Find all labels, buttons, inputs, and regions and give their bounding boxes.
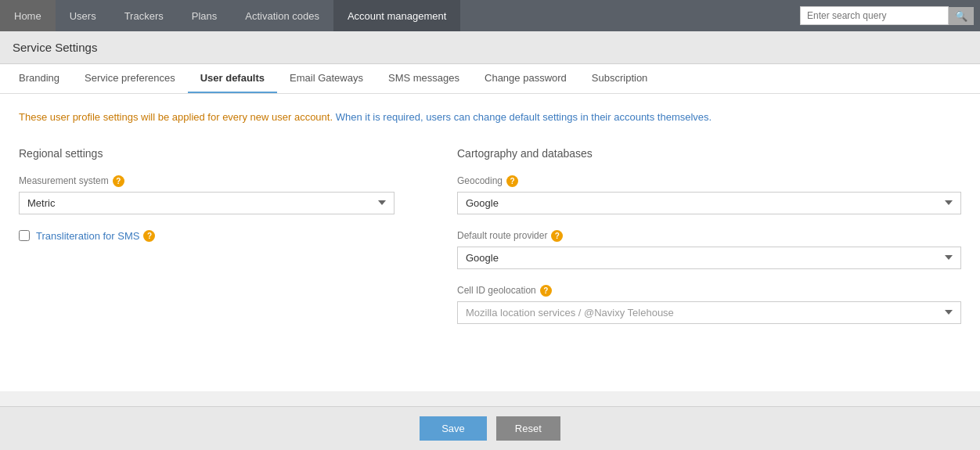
nav-activation-codes[interactable]: Activation codes bbox=[231, 0, 333, 31]
transliteration-checkbox-group: Transliteration for SMS ? bbox=[19, 230, 395, 242]
tab-branding[interactable]: Branding bbox=[6, 64, 72, 93]
nav-plans[interactable]: Plans bbox=[178, 0, 232, 31]
info-text-part2: When it is required, users can change de… bbox=[336, 111, 712, 123]
route-provider-select[interactable]: Google Bing OpenStreetMap bbox=[457, 247, 961, 269]
cell-id-label: Cell ID geolocation ? bbox=[457, 285, 961, 297]
page-title: Service Settings bbox=[13, 41, 967, 54]
tab-user-defaults[interactable]: User defaults bbox=[188, 64, 277, 93]
cartography-settings-column: Cartography and databases Geocoding ? Go… bbox=[457, 147, 961, 340]
geocoding-label: Geocoding ? bbox=[457, 175, 961, 187]
cell-id-select[interactable]: Mozilla location services / @Navixy Tele… bbox=[457, 301, 961, 324]
cell-id-group: Cell ID geolocation ? Mozilla location s… bbox=[457, 285, 961, 324]
route-provider-group: Default route provider ? Google Bing Ope… bbox=[457, 230, 961, 269]
geocoding-group: Geocoding ? Google Bing OpenStreetMap bbox=[457, 175, 961, 214]
tab-change-password[interactable]: Change password bbox=[472, 64, 579, 93]
search-container: 🔍 bbox=[794, 0, 980, 31]
tabs-container: Branding Service preferences User defaul… bbox=[0, 64, 980, 94]
info-text: These user profile settings will be appl… bbox=[19, 110, 961, 125]
search-input[interactable] bbox=[800, 6, 949, 25]
cell-id-help-icon[interactable]: ? bbox=[540, 285, 552, 297]
regional-settings-title: Regional settings bbox=[19, 147, 395, 160]
page-header: Service Settings bbox=[0, 31, 980, 64]
search-button[interactable]: 🔍 bbox=[949, 7, 974, 25]
transliteration-label: Transliteration for SMS ? bbox=[36, 230, 155, 242]
settings-columns: Regional settings Measurement system ? M… bbox=[19, 147, 961, 340]
nav-users[interactable]: Users bbox=[56, 0, 110, 31]
tab-subscription[interactable]: Subscription bbox=[579, 64, 661, 93]
measurement-select[interactable]: Metric Imperial bbox=[19, 192, 395, 214]
route-provider-label: Default route provider ? bbox=[457, 230, 961, 242]
transliteration-checkbox[interactable] bbox=[19, 230, 30, 241]
geocoding-select[interactable]: Google Bing OpenStreetMap bbox=[457, 192, 961, 214]
nav-trackers[interactable]: Trackers bbox=[110, 0, 178, 31]
nav-account-management[interactable]: Account management bbox=[333, 0, 460, 31]
nav-home[interactable]: Home bbox=[0, 0, 56, 31]
tab-sms-messages[interactable]: SMS messages bbox=[376, 64, 472, 93]
geocoding-help-icon[interactable]: ? bbox=[506, 175, 518, 187]
top-navigation: Home Users Trackers Plans Activation cod… bbox=[0, 0, 980, 31]
route-provider-help-icon[interactable]: ? bbox=[551, 230, 563, 242]
main-content: These user profile settings will be appl… bbox=[0, 94, 980, 391]
regional-settings-column: Regional settings Measurement system ? M… bbox=[19, 147, 395, 340]
cartography-settings-title: Cartography and databases bbox=[457, 147, 961, 160]
transliteration-group: Transliteration for SMS ? bbox=[19, 230, 395, 242]
measurement-system-group: Measurement system ? Metric Imperial bbox=[19, 175, 395, 214]
measurement-label: Measurement system ? bbox=[19, 175, 395, 187]
tab-email-gateways[interactable]: Email Gateways bbox=[277, 64, 376, 93]
info-text-part1: These user profile settings will be appl… bbox=[19, 111, 333, 123]
measurement-help-icon[interactable]: ? bbox=[113, 175, 124, 187]
transliteration-help-icon[interactable]: ? bbox=[143, 230, 155, 242]
tab-service-preferences[interactable]: Service preferences bbox=[72, 64, 188, 93]
